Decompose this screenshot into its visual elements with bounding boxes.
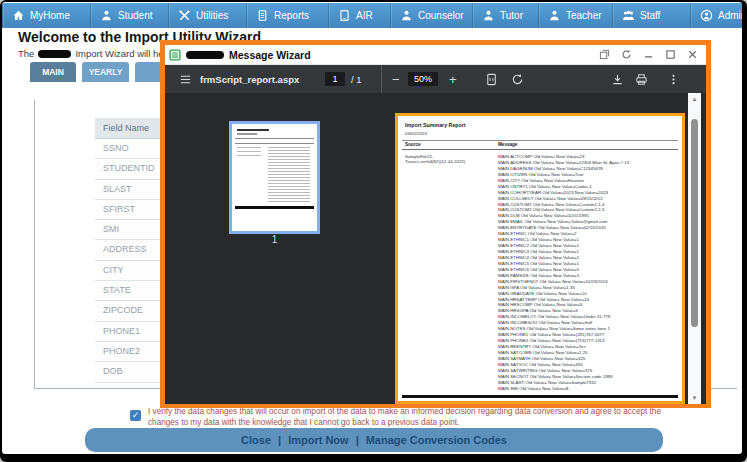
pdf-filename: frmScript_report.aspx	[200, 65, 299, 93]
report-date: 03/02/2023	[405, 131, 427, 136]
tab-main[interactable]: MAIN	[30, 62, 76, 82]
thumb-decor	[235, 206, 314, 209]
zoom-in-button[interactable]: +	[449, 65, 457, 93]
report-title: Import Summary Report	[405, 122, 466, 128]
download-icon[interactable]	[611, 65, 624, 93]
nav-item[interactable]: Teacher	[538, 3, 612, 28]
scroll-down-arrow[interactable]: ▼	[688, 395, 701, 401]
popout-icon[interactable]	[599, 49, 610, 60]
field-name-cell: DOB	[103, 366, 123, 376]
thumb-decor	[235, 138, 314, 139]
tablet-icon	[338, 9, 351, 22]
field-name-cell: STATE	[103, 285, 131, 295]
page-input[interactable]: 1	[325, 72, 345, 86]
field-name-cell: STUDENTID	[103, 163, 155, 173]
nav-item[interactable]: AIR	[328, 3, 390, 28]
rule	[402, 140, 678, 141]
dialog-title: Message Wizard	[229, 49, 311, 61]
verify-line-2: changes to my data with the knowledge th…	[148, 418, 733, 429]
verify-checkbox[interactable]	[130, 410, 141, 421]
message-wizard-dialog: Message Wizard frmScript_report.aspx 1 /…	[160, 40, 711, 408]
nav-item[interactable]: Student	[90, 3, 168, 28]
report-bottom-rule	[402, 395, 678, 398]
manage-conversion-codes-button[interactable]: Manage Conversion Codes	[366, 434, 507, 446]
field-name-cell: SLAST	[103, 184, 132, 194]
nav-item-label: Counselor	[418, 10, 464, 21]
person-icon	[482, 9, 495, 22]
tab-yearly[interactable]: YEARLY	[82, 62, 129, 82]
people-icon	[622, 9, 635, 22]
report-doc-icon	[169, 49, 181, 61]
close-icon[interactable]	[687, 49, 698, 60]
nav-item[interactable]: Tutor	[472, 3, 538, 28]
close-button[interactable]: Close	[241, 434, 271, 446]
zoom-level[interactable]: 50%	[408, 72, 438, 86]
nav-item-label: Staff	[640, 10, 660, 21]
verify-line-1: I verify the data changes that will occu…	[148, 407, 733, 418]
field-name-cell: SMI	[103, 224, 119, 234]
nav-item-label: Tutor	[500, 10, 523, 21]
app-window: MyHome Student Utilities Reports AIR	[0, 0, 747, 462]
field-name-cell: ZIPCODE	[103, 305, 143, 315]
home-icon	[12, 9, 25, 22]
menu-icon[interactable]	[179, 65, 192, 93]
field-name-cell: SSNO	[103, 143, 129, 153]
message-list: MAIN.ACTCOMP Old Value= New Value=23MAIN…	[498, 154, 679, 392]
page-thumbnail[interactable]	[229, 121, 320, 234]
zoom-out-button[interactable]: −	[392, 65, 400, 93]
thumb-decor	[237, 129, 269, 131]
minimize-icon[interactable]	[643, 49, 654, 60]
pdf-scrollbar[interactable]: ▲ ▼	[688, 93, 701, 404]
nav-item-label: MyHome	[30, 10, 70, 21]
nav-item[interactable]: Staff	[612, 3, 690, 28]
person-icon	[100, 9, 113, 22]
nav-item[interactable]: MyHome	[2, 3, 90, 28]
column-header-message: Message	[498, 142, 517, 147]
subtitle-rest: Import Wizard will help	[75, 48, 171, 59]
subtitle-prefix: The	[18, 48, 34, 59]
more-options-icon[interactable]	[667, 65, 680, 93]
page-count: / 1	[351, 65, 362, 93]
pdf-content-area: 1 Import Summary Report 03/02/2023 Sourc…	[165, 93, 706, 404]
fit-page-icon[interactable]	[485, 65, 498, 93]
nav-item-label: Reports	[274, 10, 309, 21]
rotate-icon[interactable]	[511, 65, 524, 93]
person-circle-icon	[700, 9, 713, 22]
top-nav: MyHome Student Utilities Reports AIR	[2, 3, 742, 28]
nav-item-label: Student	[118, 10, 152, 21]
page-subtitle: The Import Wizard will help	[18, 48, 171, 59]
toolbar-divider	[381, 65, 382, 93]
print-icon[interactable]	[635, 65, 648, 93]
app-page: MyHome Student Utilities Reports AIR	[2, 2, 742, 454]
separator: |	[356, 434, 359, 446]
field-name-cell: SFIRST	[103, 204, 135, 214]
verify-statement: I verify the data changes that will occu…	[148, 407, 733, 428]
thumb-decor	[235, 143, 314, 144]
refresh-icon[interactable]	[621, 49, 632, 60]
field-name-cell: CITY	[103, 265, 124, 275]
message-line: MAIN.SMI Old Value= New Value=B	[498, 386, 679, 392]
nav-item-label: Teacher	[566, 10, 602, 21]
window-controls	[599, 49, 702, 60]
person-icon	[400, 9, 413, 22]
source-cell: SampleFile22- Tecnics-errfull(82)(12-44-…	[405, 154, 493, 165]
wrench-icon	[178, 9, 191, 22]
nav-item-label: Admin	[718, 10, 742, 21]
column-header-source: Source	[405, 142, 421, 147]
nav-item[interactable]: Counselor	[390, 3, 472, 28]
nav-item[interactable]: Reports	[246, 3, 328, 28]
nav-item[interactable]: Utilities	[168, 3, 246, 28]
dialog-titlebar[interactable]: Message Wizard	[165, 45, 706, 65]
thumbnail-page-number: 1	[229, 234, 320, 245]
field-name-cell: ENTRYDATE	[103, 387, 157, 388]
nav-item-label: AIR	[356, 10, 373, 21]
scrollbar-thumb[interactable]	[691, 119, 698, 327]
footer-action-bar: Close | Import Now | Manage Conversion C…	[85, 428, 663, 452]
scroll-up-arrow[interactable]: ▲	[688, 96, 701, 102]
maximize-icon[interactable]	[665, 49, 676, 60]
field-name-cell: PHONE2	[103, 346, 140, 356]
import-now-button[interactable]: Import Now	[288, 434, 349, 446]
thumb-decor	[237, 133, 257, 135]
pdf-toolbar: frmScript_report.aspx 1 / 1 − 50% +	[165, 65, 706, 93]
nav-item[interactable]: Admin	[690, 3, 742, 28]
